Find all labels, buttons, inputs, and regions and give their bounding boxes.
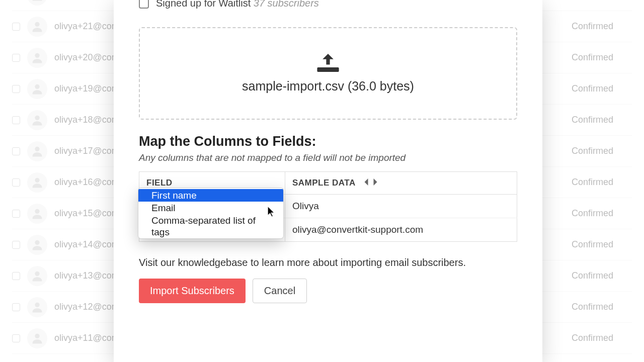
select-option-label: Email (151, 203, 176, 213)
file-dropzone[interactable]: sample-import.csv (36.0 bytes) (139, 27, 517, 120)
import-subscribers-button[interactable]: Import Subscribers (139, 279, 246, 303)
cursor-icon (267, 206, 276, 218)
import-modal: Signed up for Waitlist 37 subscribers sa… (114, 0, 542, 362)
next-sample-icon[interactable] (372, 178, 379, 186)
uploaded-filename: sample-import.csv (36.0 bytes) (242, 79, 414, 94)
checkbox[interactable] (139, 0, 149, 9)
modal-actions: Import Subscribers Cancel (139, 279, 517, 303)
sample-data-cell: olivya@convertkit-support.com (285, 218, 517, 242)
select-option-first-name[interactable]: First name (138, 189, 283, 202)
select-option-label: Comma-separated list of tags (151, 215, 256, 237)
tag-label: Signed up for Waitlist (156, 0, 251, 9)
select-option-email[interactable]: Email (138, 202, 283, 214)
cancel-button[interactable]: Cancel (253, 279, 307, 303)
field-select-dropdown[interactable]: ✓ First name Email Comma-separated list … (138, 188, 284, 239)
upload-icon (317, 54, 339, 72)
prev-sample-icon[interactable] (363, 178, 370, 186)
map-columns-subtext: Any columns that are not mapped to a fie… (139, 152, 517, 163)
tag-count: 37 subscribers (254, 0, 319, 9)
sample-data-label: Sample Data (292, 178, 355, 188)
tag-option-waitlist[interactable]: Signed up for Waitlist 37 subscribers (139, 0, 517, 9)
sample-data-cell: Olivya (285, 195, 517, 218)
svg-rect-12 (317, 67, 339, 72)
sample-data-column-header: Sample Data (285, 172, 517, 195)
knowledgebase-link-line[interactable]: Visit our knowledgebase to learn more ab… (139, 257, 517, 268)
select-option-tags[interactable]: Comma-separated list of tags (138, 214, 283, 238)
map-columns-heading: Map the Columns to Fields: (139, 134, 517, 149)
select-option-label: First name (151, 190, 197, 201)
